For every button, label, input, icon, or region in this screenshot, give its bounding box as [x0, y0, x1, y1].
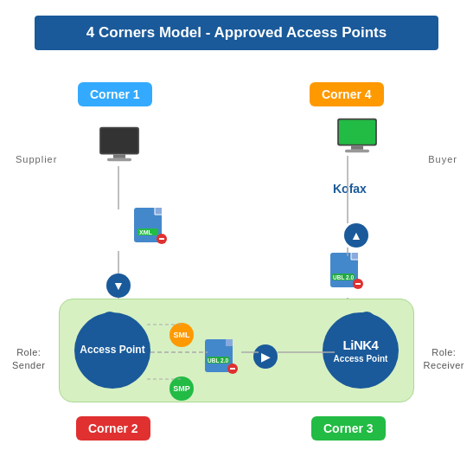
corner2-box: Corner 2 [76, 416, 150, 441]
sender-role-label: Role:Sender [12, 346, 45, 373]
corner4-box: Corner 4 [310, 82, 384, 106]
connector-line-c4-mid [346, 248, 349, 256]
access-point-label: Access Point [80, 344, 144, 357]
svg-marker-10 [155, 208, 162, 215]
link4-brand-label: LiNK4 [343, 337, 379, 354]
monitor-corner1 [95, 125, 144, 164]
ubl-mid-doc: UBL 2.0 [203, 338, 241, 379]
xml-doc-icon: XML [132, 206, 170, 251]
svg-rect-1 [101, 129, 137, 153]
svg-text:XML: XML [139, 229, 153, 235]
corner3-box: Corner 3 [311, 416, 386, 441]
svg-rect-2 [113, 154, 125, 158]
svg-text:UBL 2.0: UBL 2.0 [333, 274, 354, 280]
svg-marker-35 [226, 339, 233, 346]
line-doc-to-play [241, 351, 259, 354]
kofax-label: Kofax [333, 182, 367, 196]
ubl-doc-icon: UBL 2.0 [329, 251, 367, 296]
monitor-corner4 [333, 117, 381, 155]
arrow-up-circle: ▲ [344, 223, 368, 248]
connector-line-c4-top [346, 156, 349, 223]
access-point-circle: Access Point [74, 312, 150, 389]
svg-text:UBL 2.0: UBL 2.0 [208, 357, 228, 363]
receiver-role-label: Role:Receiver [424, 346, 464, 373]
svg-rect-5 [339, 120, 375, 145]
svg-rect-3 [107, 158, 131, 162]
connector-line-c1-top [117, 166, 120, 209]
page-title: 4 Corners Model - Approved Access Points [35, 16, 438, 50]
svg-rect-6 [351, 145, 363, 149]
svg-marker-20 [351, 253, 358, 260]
supplier-label: Supplier [16, 154, 57, 164]
connector-line-c1-mid [117, 251, 120, 275]
buyer-label: Buyer [428, 154, 457, 164]
corner1-box: Corner 1 [78, 82, 152, 106]
arrow-down-circle: ▼ [106, 273, 131, 298]
play-button: ▶ [253, 344, 278, 369]
link4-sublabel: Access Point [334, 353, 388, 364]
line-play-to-link4 [278, 351, 335, 354]
line-ap-to-doc [150, 351, 208, 354]
svg-rect-7 [345, 150, 369, 153]
